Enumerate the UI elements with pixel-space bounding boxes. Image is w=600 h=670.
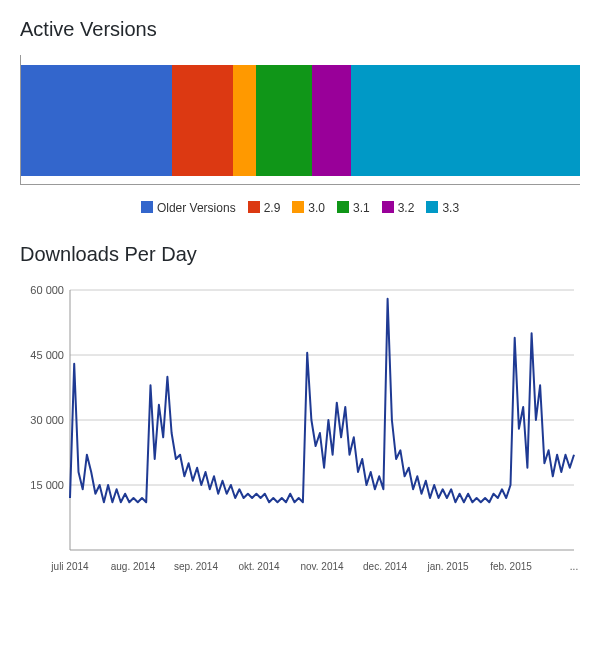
x-tick-label: nov. 2014 [300,561,344,572]
legend-item-2.9: 2.9 [248,201,281,215]
legend-label: 3.2 [398,201,415,215]
segment-3.0 [233,65,255,176]
segment-older-versions [21,65,172,176]
downloads-per-day-title: Downloads Per Day [20,243,580,266]
x-tick-label: jan. 2015 [426,561,469,572]
legend-swatch [426,201,438,213]
segment-3.1 [256,65,312,176]
downloads-per-day-chart: 15 00030 00045 00060 000juli 2014aug. 20… [20,280,580,580]
y-tick-label: 45 000 [30,349,64,361]
legend-item-3.3: 3.3 [426,201,459,215]
segment-3.3 [351,65,580,176]
x-tick-label: dec. 2014 [363,561,407,572]
legend-item-3.0: 3.0 [292,201,325,215]
legend-swatch [248,201,260,213]
legend-item-older-versions: Older Versions [141,201,236,215]
segment-2.9 [172,65,233,176]
legend-swatch [292,201,304,213]
x-tick-label: okt. 2014 [238,561,280,572]
active-versions-title: Active Versions [20,18,580,41]
x-tick-label: ... [570,561,578,572]
legend-label: 3.3 [442,201,459,215]
legend-swatch [382,201,394,213]
x-tick-label: feb. 2015 [490,561,532,572]
legend-label: Older Versions [157,201,236,215]
segment-3.2 [312,65,351,176]
x-tick-label: aug. 2014 [111,561,156,572]
y-tick-label: 15 000 [30,479,64,491]
y-tick-label: 30 000 [30,414,64,426]
legend-item-3.2: 3.2 [382,201,415,215]
legend-swatch [337,201,349,213]
legend-label: 3.1 [353,201,370,215]
legend-label: 2.9 [264,201,281,215]
downloads-line [70,299,574,503]
stacked-bar [21,65,580,176]
legend-label: 3.0 [308,201,325,215]
active-versions-chart [20,55,580,185]
legend-swatch [141,201,153,213]
active-versions-legend: Older Versions2.93.03.13.23.3 [20,201,580,215]
legend-item-3.1: 3.1 [337,201,370,215]
x-tick-label: sep. 2014 [174,561,218,572]
x-tick-label: juli 2014 [50,561,89,572]
y-tick-label: 60 000 [30,284,64,296]
